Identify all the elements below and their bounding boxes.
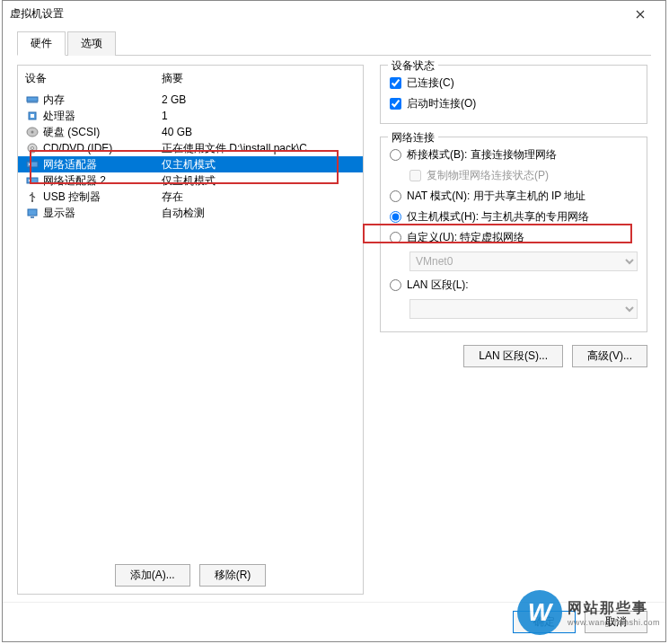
bridged-radio-row[interactable]: 桥接模式(B): 直接连接物理网络: [390, 145, 638, 165]
connected-label: 已连接(C): [407, 75, 454, 91]
device-status-group: 设备状态 已连接(C) 启动时连接(O): [380, 65, 647, 124]
device-label: 内存: [43, 93, 162, 108]
device-row[interactable]: USB 控制器存在: [18, 189, 363, 205]
network-connection-group: 网络连接 桥接模式(B): 直接连接物理网络 复制物理网络连接状态(P) NAT…: [380, 137, 647, 332]
device-row[interactable]: CD/DVD (IDE)正在使用文件 D:\install.pack\C...: [18, 140, 363, 156]
device-row[interactable]: 处理器1: [18, 108, 363, 124]
device-status-legend: 设备状态: [388, 58, 438, 74]
hostonly-radio[interactable]: [390, 211, 401, 223]
svg-rect-2: [31, 114, 34, 118]
lan-segment-radio-row[interactable]: LAN 区段(L):: [390, 275, 638, 296]
window-title: 虚拟机设置: [10, 6, 622, 22]
bridged-label: 桥接模式(B): 直接连接物理网络: [407, 147, 557, 163]
device-label: 显示器: [43, 206, 162, 221]
hostonly-label: 仅主机模式(H): 与主机共享的专用网络: [407, 209, 589, 225]
device-summary: 仅主机模式: [162, 157, 359, 172]
network-legend: 网络连接: [388, 130, 438, 146]
right-button-row: LAN 区段(S)... 高级(V)...: [380, 345, 647, 367]
nat-radio-row[interactable]: NAT 模式(N): 用于共享主机的 IP 地址: [390, 186, 638, 207]
custom-radio[interactable]: [390, 232, 401, 243]
connect-poweron-checkbox[interactable]: [390, 98, 401, 110]
nat-radio[interactable]: [390, 190, 401, 202]
tab-options[interactable]: 选项: [67, 31, 116, 56]
device-row[interactable]: 硬盘 (SCSI)40 GB: [18, 124, 363, 140]
device-list-header: 设备 摘要: [18, 66, 363, 92]
device-summary: 1: [162, 110, 359, 122]
svg-point-11: [31, 200, 33, 202]
content-area: 设备 摘要 内存2 GB处理器1硬盘 (SCSI)40 GBCD/DVD (ID…: [3, 56, 665, 595]
device-summary: 2 GB: [162, 93, 359, 106]
usb-icon: [25, 190, 40, 203]
replicate-label: 复制物理网络连接状态(P): [427, 168, 549, 183]
device-summary: 仅主机模式: [162, 173, 359, 189]
dialog-footer: 确定 取消: [3, 602, 665, 641]
lan-select: [409, 299, 638, 319]
display-icon: [25, 207, 40, 219]
connect-poweron-label: 启动时连接(O): [407, 96, 476, 111]
cancel-button[interactable]: 取消: [585, 611, 647, 633]
device-row[interactable]: 网络适配器 2仅主机模式: [18, 172, 363, 189]
nic-icon: [25, 174, 40, 187]
bridged-radio[interactable]: [390, 149, 401, 161]
tab-bar: 硬件 选项: [3, 28, 665, 56]
device-panel: 设备 摘要 内存2 GB处理器1硬盘 (SCSI)40 GBCD/DVD (ID…: [17, 65, 364, 595]
header-summary: 摘要: [162, 71, 356, 86]
svg-rect-12: [28, 209, 37, 216]
hostonly-radio-row[interactable]: 仅主机模式(H): 与主机共享的专用网络: [390, 207, 638, 227]
device-row[interactable]: 显示器自动检测: [18, 205, 363, 221]
svg-point-4: [31, 131, 34, 134]
device-label: 网络适配器: [43, 157, 162, 172]
device-summary: 存在: [162, 190, 359, 205]
titlebar: 虚拟机设置: [3, 1, 665, 28]
cd-icon: [25, 142, 40, 154]
device-label: USB 控制器: [43, 190, 162, 205]
custom-label: 自定义(U): 特定虚拟网络: [407, 230, 524, 245]
replicate-checkbox: [409, 170, 421, 181]
vmnet-select: VMnet0: [409, 251, 638, 271]
svg-rect-0: [27, 97, 38, 101]
connect-poweron-row[interactable]: 启动时连接(O): [390, 93, 638, 114]
ok-button[interactable]: 确定: [513, 611, 576, 633]
header-device: 设备: [25, 71, 162, 86]
svg-rect-9: [27, 178, 38, 183]
device-label: CD/DVD (IDE): [43, 142, 162, 154]
connected-checkbox[interactable]: [390, 77, 401, 89]
close-icon: [636, 10, 645, 19]
nat-label: NAT 模式(N): 用于共享主机的 IP 地址: [407, 189, 585, 204]
device-buttons: 添加(A)... 移除(R): [18, 557, 363, 594]
device-summary: 正在使用文件 D:\install.pack\C...: [162, 141, 359, 156]
device-row[interactable]: 内存2 GB: [18, 92, 363, 108]
memory-icon: [25, 93, 40, 106]
device-summary: 40 GB: [162, 126, 359, 138]
device-label: 网络适配器 2: [43, 173, 162, 189]
svg-rect-7: [27, 162, 38, 167]
remove-button[interactable]: 移除(R): [199, 564, 267, 587]
lan-segment-label: LAN 区段(L):: [407, 278, 469, 293]
svg-point-6: [31, 147, 34, 150]
svg-rect-10: [29, 180, 31, 181]
lan-select-row: [390, 296, 638, 322]
advanced-button[interactable]: 高级(V)...: [572, 345, 647, 367]
cpu-icon: [25, 110, 40, 122]
add-button[interactable]: 添加(A)...: [115, 564, 190, 587]
lan-segment-radio[interactable]: [390, 279, 401, 291]
settings-panel: 设备状态 已连接(C) 启动时连接(O) 网络连接 桥接模式(B): 直接连接物…: [376, 65, 651, 595]
svg-rect-8: [29, 163, 31, 165]
disk-icon: [25, 126, 40, 138]
device-summary: 自动检测: [162, 206, 359, 221]
replicate-row: 复制物理网络连接状态(P): [390, 165, 638, 186]
tab-hardware[interactable]: 硬件: [17, 31, 66, 56]
lan-segments-button[interactable]: LAN 区段(S)...: [463, 345, 563, 367]
nic-icon: [25, 158, 40, 171]
custom-radio-row[interactable]: 自定义(U): 特定虚拟网络: [390, 227, 638, 248]
device-list[interactable]: 内存2 GB处理器1硬盘 (SCSI)40 GBCD/DVD (IDE)正在使用…: [18, 92, 363, 557]
device-label: 硬盘 (SCSI): [43, 125, 162, 140]
device-row[interactable]: 网络适配器仅主机模式: [18, 156, 363, 172]
device-label: 处理器: [43, 109, 162, 124]
vmnet-select-row: VMnet0: [390, 248, 638, 275]
close-button[interactable]: [622, 2, 658, 27]
vm-settings-dialog: 虚拟机设置 硬件 选项 设备 摘要 内存2 GB处理器1硬盘 (SCSI)40 …: [2, 0, 666, 642]
connected-checkbox-row[interactable]: 已连接(C): [390, 73, 638, 93]
